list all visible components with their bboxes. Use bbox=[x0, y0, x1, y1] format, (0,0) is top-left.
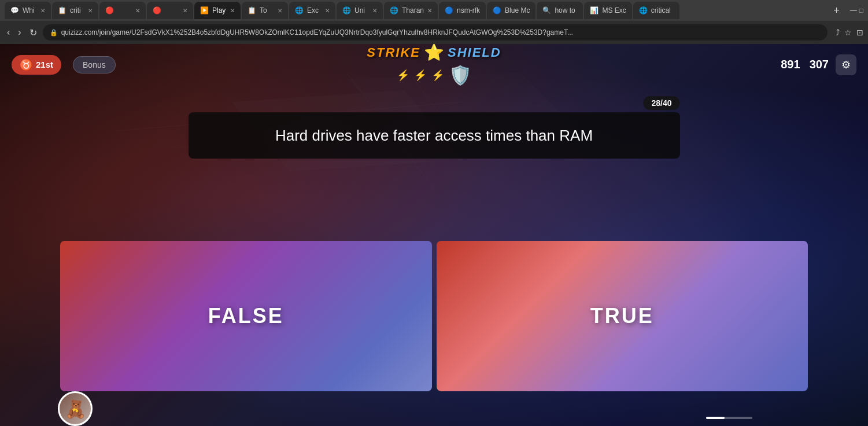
game-area: ♉ 21st Bonus STRIKE ⭐ SHIELD ⚡ ⚡ ⚡ 🛡️ 89… bbox=[0, 44, 868, 426]
tab-label: Blue Mc bbox=[505, 6, 530, 14]
tab-label: Exc bbox=[307, 6, 319, 14]
answers-container: FALSE TRUE bbox=[0, 241, 868, 391]
tab-label: how to bbox=[555, 6, 575, 14]
browser-tab-t3[interactable]: 🔴✕ bbox=[99, 2, 146, 19]
answer-false-label: FALSE bbox=[208, 304, 284, 328]
question-box: Hard drives have faster access times tha… bbox=[189, 112, 680, 159]
tab-close-icon[interactable]: ✕ bbox=[372, 8, 377, 14]
tab-label: Whi bbox=[23, 6, 35, 14]
tab-favicon: 📋 bbox=[58, 6, 67, 14]
url-box[interactable]: 🔒 quizizz.com/join/game/U2FsdGVkX1%252B4… bbox=[43, 24, 828, 41]
tab-label: criti bbox=[70, 6, 81, 14]
browser-tab-t6[interactable]: 📋To✕ bbox=[242, 2, 288, 19]
tab-label: To bbox=[260, 6, 267, 14]
browser-tab-t2[interactable]: 📋criti✕ bbox=[52, 2, 98, 19]
browser-tab-t10[interactable]: 🔵nsm-rfk bbox=[439, 2, 486, 19]
tab-close-icon[interactable]: ✕ bbox=[230, 8, 235, 14]
tab-close-icon[interactable]: ✕ bbox=[135, 8, 140, 14]
header-left: ♉ 21st Bonus bbox=[12, 55, 116, 75]
lock-icon: 🔒 bbox=[50, 29, 58, 36]
bonus-button[interactable]: Bonus bbox=[73, 56, 116, 74]
browser-tab-t12[interactable]: 🔍how to bbox=[537, 2, 583, 19]
tab-close-icon[interactable]: ✕ bbox=[88, 8, 93, 14]
question-counter: 28/40 bbox=[643, 96, 679, 110]
logo-star-icon: ⭐ bbox=[424, 44, 444, 62]
score-display: 891 307 bbox=[781, 58, 829, 71]
settings-button[interactable]: ⚙ bbox=[836, 54, 856, 75]
game-logo: STRIKE ⭐ SHIELD ⚡ ⚡ ⚡ 🛡️ bbox=[367, 44, 501, 86]
browser-tab-t13[interactable]: 📊MS Exc bbox=[584, 2, 631, 19]
rank-badge: ♉ 21st bbox=[12, 55, 61, 75]
refresh-button[interactable]: ↻ bbox=[27, 26, 39, 39]
tab-favicon: 🌐 bbox=[342, 6, 351, 14]
score-secondary: 307 bbox=[810, 58, 829, 71]
lightning-icon-3: ⚡ bbox=[431, 69, 444, 82]
game-header: ♉ 21st Bonus STRIKE ⭐ SHIELD ⚡ ⚡ ⚡ 🛡️ 89… bbox=[0, 49, 868, 80]
tab-favicon: 🌐 bbox=[639, 6, 648, 14]
progress-indicator bbox=[706, 417, 752, 419]
tab-close-icon[interactable]: ✕ bbox=[427, 8, 432, 14]
browser-tab-t7[interactable]: 🌐Exc✕ bbox=[289, 2, 335, 19]
rank-icon: ♉ bbox=[20, 58, 32, 71]
tab-favicon: 💬 bbox=[10, 6, 19, 14]
tab-close-icon[interactable]: ✕ bbox=[325, 8, 330, 14]
shield-icon: 🛡️ bbox=[449, 64, 472, 86]
tab-close-icon[interactable]: ✕ bbox=[278, 8, 282, 14]
back-button[interactable]: ‹ bbox=[5, 26, 12, 39]
url-text: quizizz.com/join/game/U2FsdGVkX1%252B4o5… bbox=[61, 28, 573, 36]
lightning-icon-2: ⚡ bbox=[414, 69, 427, 82]
logo-strike-text: STRIKE bbox=[367, 45, 420, 60]
tab-close-icon[interactable]: ✕ bbox=[40, 8, 45, 14]
tab-maximize-button[interactable]: □ bbox=[859, 6, 863, 14]
tab-favicon: 🔴 bbox=[105, 6, 114, 14]
answer-true-label: TRUE bbox=[590, 304, 654, 328]
extensions-button[interactable]: ⊡ bbox=[856, 28, 863, 37]
share-button[interactable]: ⤴ bbox=[836, 28, 840, 37]
tab-favicon: ▶️ bbox=[200, 6, 209, 14]
question-container: 28/40 Hard drives have faster access tim… bbox=[189, 96, 680, 159]
browser-tab-t5[interactable]: ▶️Play✕ bbox=[194, 2, 241, 19]
tab-favicon: 🌐 bbox=[390, 6, 398, 14]
tab-label: nsm-rfk bbox=[457, 6, 480, 14]
tab-label: Tharan bbox=[402, 6, 424, 14]
tab-favicon: 🔵 bbox=[445, 6, 453, 14]
browser-actions: ⤴ ☆ ⊡ bbox=[836, 28, 863, 37]
tab-favicon: 🔴 bbox=[153, 6, 161, 14]
character-avatar: 🧸 bbox=[58, 391, 93, 426]
tab-favicon: 🔍 bbox=[542, 6, 551, 14]
tab-label: MS Exc bbox=[602, 6, 626, 14]
header-right: 891 307 ⚙ bbox=[781, 54, 856, 75]
forward-button[interactable]: › bbox=[16, 26, 23, 39]
new-tab-button[interactable]: + bbox=[829, 5, 844, 17]
browser-chrome: 💬Whi✕📋criti✕🔴✕🔴✕▶️Play✕📋To✕🌐Exc✕🌐Uni✕🌐Th… bbox=[0, 0, 868, 44]
lightning-icon-1: ⚡ bbox=[397, 69, 409, 82]
browser-tab-t1[interactable]: 💬Whi✕ bbox=[5, 2, 51, 19]
browser-tab-t4[interactable]: 🔴✕ bbox=[147, 2, 193, 19]
tab-label: critical bbox=[651, 6, 671, 14]
rank-text: 21st bbox=[36, 60, 53, 69]
logo-shield-text: SHIELD bbox=[448, 45, 501, 60]
tab-minimize-button[interactable]: — bbox=[850, 6, 857, 14]
tab-favicon: 🌐 bbox=[295, 6, 304, 14]
browser-tab-t11[interactable]: 🔵Blue Mc bbox=[487, 2, 535, 19]
tab-favicon: 🔵 bbox=[493, 6, 501, 14]
tab-label: Play bbox=[212, 6, 226, 14]
tab-favicon: 📋 bbox=[248, 6, 256, 14]
address-bar: ‹ › ↻ 🔒 quizizz.com/join/game/U2FsdGVkX1… bbox=[0, 21, 868, 44]
progress-fill bbox=[706, 417, 725, 419]
score-primary: 891 bbox=[781, 58, 800, 71]
tab-close-icon[interactable]: ✕ bbox=[183, 8, 187, 14]
browser-tab-t9[interactable]: 🌐Tharan✕ bbox=[384, 2, 438, 19]
question-text: Hard drives have faster access times tha… bbox=[212, 125, 657, 146]
browser-tab-t8[interactable]: 🌐Uni✕ bbox=[337, 2, 383, 19]
tab-label: Uni bbox=[354, 6, 365, 14]
browser-tab-t14[interactable]: 🌐critical bbox=[633, 2, 679, 19]
answer-false-button[interactable]: FALSE bbox=[60, 241, 432, 391]
tab-favicon: 📊 bbox=[590, 6, 599, 14]
answer-true-button[interactable]: TRUE bbox=[437, 241, 808, 391]
bottom-bar: 🧸 bbox=[0, 388, 868, 426]
tab-bar: 💬Whi✕📋criti✕🔴✕🔴✕▶️Play✕📋To✕🌐Exc✕🌐Uni✕🌐Th… bbox=[0, 0, 868, 21]
bookmark-button[interactable]: ☆ bbox=[844, 28, 852, 37]
